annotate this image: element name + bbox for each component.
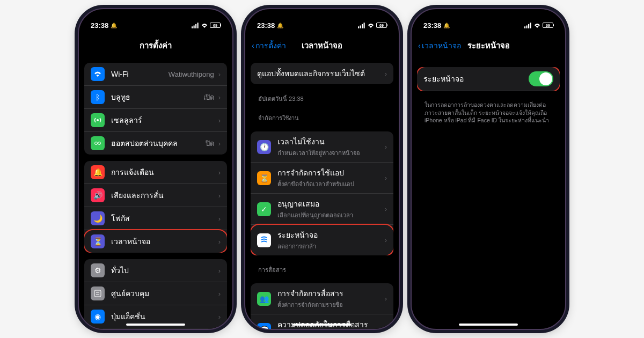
back-button[interactable]: ‹การตั้งค่า [252,40,286,52]
downtime-icon: 🕐 [257,140,271,154]
row-cellular[interactable]: เซลลูลาร์› [84,109,227,132]
back-button[interactable]: ‹เวลาหน้าจอ [418,40,461,52]
row-subtitle: ตั้งค่าการจำกัดตามรายชื่อ [277,300,383,310]
back-label: เวลาหน้าจอ [422,40,461,52]
section-header: จำกัดการใช้งาน [251,110,393,125]
section-header: การสื่อสาร [251,262,393,277]
notifications-icon: 🔔 [91,165,105,179]
row-hotspot[interactable]: ฮอตสปอตส่วนบุคคลปิด› [84,132,227,155]
row-notifications[interactable]: 🔔การแจ้งเตือน› [84,161,227,184]
row-subtitle: กำหนดเวลาให้อยู่ห่างจากหน้าจอ [277,148,383,158]
svg-rect-2 [195,24,196,28]
svg-rect-21 [530,23,531,28]
bluetooth-icon: ᛒ [91,90,105,104]
chevron-right-icon: › [218,70,221,78]
home-indicator[interactable] [292,324,352,326]
bell-icon: 🔔 [277,23,283,28]
row-all-activity[interactable]: ดูแอปทั้งหมดและกิจกรรมเว็บไซต์› [251,63,393,84]
nav-bar: การตั้งค่า [79,35,232,56]
row-wifi[interactable]: Wi-FiWatiwuthipong› [84,63,227,86]
comm-safety-icon: 💬 [257,323,271,329]
phone-settings: 23:38🔔 69 การตั้งค่า Wi-FiWatiwuthipong›… [78,8,233,330]
svg-rect-3 [197,23,199,28]
row-label: การจำกัดการสื่อสาร [277,288,383,299]
home-indicator[interactable] [459,324,518,326]
svg-point-5 [95,142,98,145]
svg-rect-18 [524,26,525,28]
chevron-right-icon: › [218,139,221,148]
dynamic-island [131,17,180,32]
svg-rect-17 [364,23,365,28]
page-title: ระยะหน้าจอ [467,39,510,52]
screen-distance-icon [257,233,271,247]
screen-distance-content: ระยะหน้าจอ ในการลดอาการล้าของดวงตาและลดค… [412,56,565,329]
status-time: 23:38 [91,21,108,30]
focus-icon: 🌙 [91,211,105,225]
hotspot-icon [91,136,105,150]
row-screen-distance-toggle[interactable]: ระยะหน้าจอ [417,67,560,91]
row-label: การแจ้งเตือน [111,166,216,178]
bell-icon: 🔔 [443,23,450,28]
row-display[interactable]: ☀จอภาพและความสว่าง› [84,328,227,329]
row-screentime[interactable]: ⏳เวลาหน้าจอ› [84,230,227,253]
row-label: ฮอตสปอตส่วนบุคคล [111,137,206,149]
row-always-allowed[interactable]: ✓อนุญาตเสมอเลือกแอปที่อนุญาตตลอดเวลา› [251,194,393,225]
chevron-right-icon: › [218,116,221,124]
home-indicator[interactable] [126,324,185,326]
chevron-right-icon: › [385,295,387,303]
row-label: บลูทูธ [111,91,203,103]
settings-list[interactable]: Wi-FiWatiwuthipong› ᛒบลูทูธเปิด› เซลลูลา… [79,56,232,329]
settings-group-network: Wi-FiWatiwuthipong› ᛒบลูทูธเปิด› เซลลูลา… [84,63,227,155]
battery-icon: 69 [543,23,553,28]
battery-icon: 69 [210,23,221,28]
dynamic-island [464,17,513,32]
bell-icon: 🔔 [111,23,117,28]
svg-point-6 [98,142,101,145]
signal-icon [192,23,199,28]
status-time: 23:38 [423,21,441,30]
row-bluetooth[interactable]: ᛒบลูทูธเปิด› [84,86,227,109]
svg-rect-14 [358,26,359,28]
row-comm-safety[interactable]: 💬ความปลอดภัยในการสื่อสารปกป้องจากเนื้อหา… [251,314,393,329]
svg-point-4 [97,119,99,121]
svg-rect-20 [528,24,529,28]
signal-icon [524,23,532,28]
phone-screen-distance: 23:38🔔 69 ‹เวลาหน้าจอ ระยะหน้าจอ ระยะหน้… [411,8,566,330]
chevron-right-icon: › [385,70,387,78]
cellular-icon [91,113,105,127]
chevron-right-icon: › [385,326,387,329]
chevron-right-icon: › [385,205,387,213]
comm-limits-icon: 👥 [257,292,271,306]
row-label: อนุญาตเสมอ [277,198,383,210]
row-downtime[interactable]: 🕐เวลาไม่ใช้งานกำหนดเวลาให้อยู่ห่างจากหน้… [251,131,393,163]
row-app-limits[interactable]: ⏳การจำกัดการใช้แอปตั้งค่าขีดจำกัดเวลาสำห… [251,163,393,194]
row-sounds[interactable]: 🔊เสียงและการสั่น› [84,184,227,207]
row-comm-limits[interactable]: 👥การจำกัดการสื่อสารตั้งค่าการจำกัดตามราย… [251,283,393,314]
screentime-list[interactable]: ดูแอปทั้งหมดและกิจกรรมเว็บไซต์› อัปเดตวั… [245,56,399,329]
row-value: Watiwuthipong [169,70,216,78]
group-communication: 👥การจำกัดการสื่อสารตั้งค่าการจำกัดตามราย… [251,283,393,329]
row-label: ทั่วไป [111,264,216,276]
row-label: ระยะหน้าจอ [277,229,383,241]
updated-label: อัปเดตวันนี้ 23:38 [251,91,393,106]
svg-rect-19 [526,25,528,28]
app-limits-icon: ⏳ [257,171,271,185]
chevron-right-icon: › [218,192,221,200]
page-title: การตั้งค่า [140,39,172,52]
row-label: เวลาหน้าจอ [111,236,216,247]
row-focus[interactable]: 🌙โฟกัส› [84,207,227,230]
row-control-center[interactable]: ศูนย์ควบคุม› [84,282,227,305]
row-label: ศูนย์ควบคุม [111,288,216,299]
page-title: เวลาหน้าจอ [302,39,342,52]
row-screen-distance[interactable]: ระยะหน้าจอลดอาการตาล้า› [251,225,393,255]
toggle-label: ระยะหน้าจอ [423,73,529,85]
wifi-status-icon [367,23,375,28]
screen-distance-toggle[interactable] [529,71,553,86]
row-general[interactable]: ⚙ทั่วไป› [84,259,227,282]
row-label: การจำกัดการใช้แอป [277,167,383,179]
status-time: 23:38 [257,21,275,30]
settings-group-personal: 🔔การแจ้งเตือน› 🔊เสียงและการสั่น› 🌙โฟกัส›… [84,161,227,253]
dynamic-island [298,17,346,32]
sounds-icon: 🔊 [91,188,105,202]
back-label: การตั้งค่า [255,40,286,52]
